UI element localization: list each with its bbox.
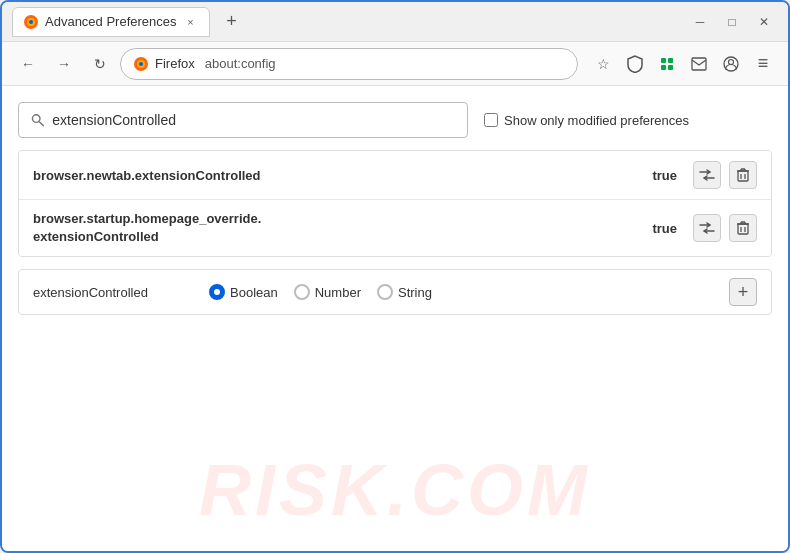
pref-name-line1: browser.startup.homepage_override.	[33, 210, 652, 228]
string-radio[interactable]	[377, 284, 393, 300]
show-modified-option[interactable]: Show only modified preferences	[484, 113, 689, 128]
show-modified-label: Show only modified preferences	[504, 113, 689, 128]
new-tab-button[interactable]: +	[218, 8, 246, 36]
search-icon	[31, 113, 44, 127]
nav-bar: ← → ↻ Firefox about:config ☆	[2, 42, 788, 86]
type-radio-group: Boolean Number String	[209, 284, 713, 300]
back-button[interactable]: ←	[12, 48, 44, 80]
trash-icon	[737, 168, 749, 182]
minimize-button[interactable]: ─	[686, 8, 714, 36]
account-button[interactable]	[716, 49, 746, 79]
new-pref-name: extensionControlled	[33, 285, 193, 300]
watermark: RISK.COM	[199, 449, 591, 531]
svg-line-14	[40, 122, 44, 126]
trash-icon	[737, 221, 749, 235]
firefox-logo-icon	[133, 56, 149, 72]
string-option[interactable]: String	[377, 284, 432, 300]
address-bar[interactable]: Firefox about:config	[120, 48, 578, 80]
table-row[interactable]: browser.startup.homepage_override. exten…	[19, 200, 771, 256]
browser-tab[interactable]: Advanced Preferences ×	[12, 7, 210, 37]
menu-button[interactable]: ≡	[748, 49, 778, 79]
search-bar: Show only modified preferences	[18, 102, 772, 138]
add-button[interactable]: +	[729, 278, 757, 306]
results-table: browser.newtab.extensionControlled true	[18, 150, 772, 257]
tab-close-button[interactable]: ×	[183, 14, 199, 30]
search-input-wrapper[interactable]	[18, 102, 468, 138]
shield-button[interactable]	[620, 49, 650, 79]
extension-icon	[659, 56, 675, 72]
pref-name-line2: extensionControlled	[33, 228, 652, 246]
string-label: String	[398, 285, 432, 300]
add-preference-row: extensionControlled Boolean Number Strin…	[18, 269, 772, 315]
svg-point-2	[29, 20, 33, 24]
pref-value: true	[652, 221, 677, 236]
svg-rect-7	[668, 58, 673, 63]
show-modified-checkbox[interactable]	[484, 113, 498, 127]
firefox-tab-icon	[23, 14, 39, 30]
svg-rect-6	[661, 58, 666, 63]
url-text: about:config	[205, 56, 276, 71]
row-actions	[693, 214, 757, 242]
search-input[interactable]	[52, 112, 455, 128]
toggle-icon	[699, 222, 715, 234]
svg-rect-22	[738, 224, 748, 234]
maximize-button[interactable]: □	[718, 8, 746, 36]
row-actions	[693, 161, 757, 189]
delete-button[interactable]	[729, 214, 757, 242]
boolean-label: Boolean	[230, 285, 278, 300]
svg-rect-15	[738, 171, 748, 181]
browser-label: Firefox	[155, 56, 195, 71]
forward-button[interactable]: →	[48, 48, 80, 80]
shield-icon	[627, 55, 643, 73]
delete-button[interactable]	[729, 161, 757, 189]
reload-button[interactable]: ↻	[84, 48, 116, 80]
svg-point-13	[32, 115, 40, 123]
account-icon	[723, 56, 739, 72]
star-button[interactable]: ☆	[588, 49, 618, 79]
close-button[interactable]: ✕	[750, 8, 778, 36]
table-row[interactable]: browser.newtab.extensionControlled true	[19, 151, 771, 200]
svg-rect-10	[692, 58, 706, 70]
number-label: Number	[315, 285, 361, 300]
window-controls: ─ □ ✕	[686, 8, 778, 36]
number-radio[interactable]	[294, 284, 310, 300]
extension-button[interactable]	[652, 49, 682, 79]
boolean-option[interactable]: Boolean	[209, 284, 278, 300]
svg-point-5	[139, 62, 143, 66]
pref-name: browser.newtab.extensionControlled	[33, 168, 652, 183]
mail-icon	[691, 57, 707, 71]
mail-button[interactable]	[684, 49, 714, 79]
nav-icons: ☆	[588, 49, 778, 79]
boolean-radio[interactable]	[209, 284, 225, 300]
toggle-button[interactable]	[693, 214, 721, 242]
svg-rect-8	[661, 65, 666, 70]
number-option[interactable]: Number	[294, 284, 361, 300]
svg-rect-9	[668, 65, 673, 70]
svg-point-12	[729, 59, 734, 64]
tab-title: Advanced Preferences	[45, 14, 177, 29]
content-area: RISK.COM Show only modified preferences …	[2, 86, 788, 551]
toggle-icon	[699, 169, 715, 181]
browser-window: Advanced Preferences × + ─ □ ✕ ← → ↻ Fir…	[0, 0, 790, 553]
toggle-button[interactable]	[693, 161, 721, 189]
title-bar: Advanced Preferences × + ─ □ ✕	[2, 2, 788, 42]
pref-value: true	[652, 168, 677, 183]
pref-name: browser.startup.homepage_override. exten…	[33, 210, 652, 246]
